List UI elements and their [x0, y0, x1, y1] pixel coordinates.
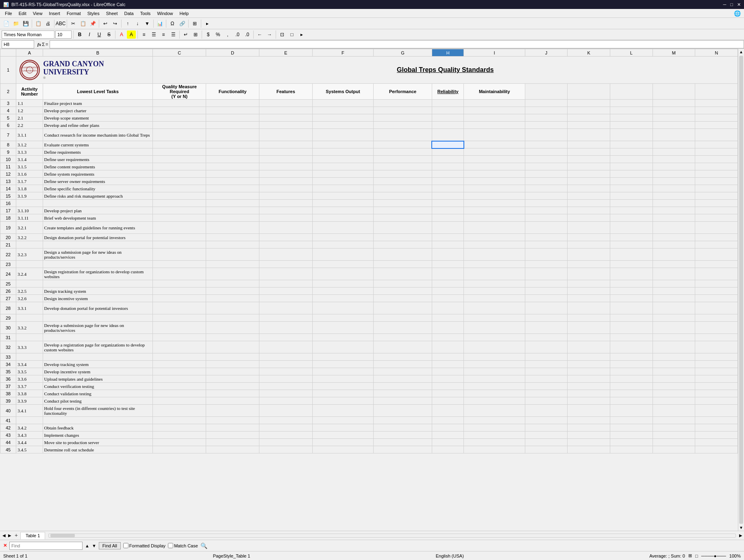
cell-d28[interactable]	[206, 302, 259, 314]
cell-d21[interactable]	[206, 241, 259, 248]
cell-h7[interactable]	[432, 129, 463, 141]
col-header-j[interactable]: J	[525, 49, 568, 57]
cell-e13[interactable]	[259, 178, 312, 185]
cell-f32[interactable]	[312, 341, 373, 353]
cell-h39[interactable]	[432, 397, 463, 405]
lowest-level-tasks-header[interactable]: Lowest Level Tasks	[43, 84, 153, 100]
cell-g12[interactable]	[374, 170, 432, 178]
cell-e44[interactable]	[259, 439, 312, 446]
cell-n45[interactable]	[695, 446, 738, 453]
cell-a32[interactable]: 3.3.3	[16, 341, 43, 353]
menu-data[interactable]: Data	[121, 10, 137, 17]
cell-h26[interactable]	[432, 288, 463, 295]
cell-b26[interactable]: Design tracking system	[43, 288, 153, 295]
cell-a18[interactable]: 3.1.11	[16, 214, 43, 222]
cell-i43[interactable]	[464, 431, 525, 439]
cell-d11[interactable]	[206, 163, 259, 170]
cell-c15[interactable]	[153, 192, 206, 200]
cell-h13[interactable]	[432, 178, 463, 185]
cell-n34[interactable]	[695, 361, 738, 368]
cell-m25[interactable]	[653, 280, 695, 288]
cell-k28[interactable]	[568, 302, 610, 314]
cell-h23[interactable]	[432, 261, 463, 268]
cell-f28[interactable]	[312, 302, 373, 314]
cell-b6[interactable]: Develop and refine other plans	[43, 122, 153, 129]
col-header-n[interactable]: N	[695, 49, 738, 57]
cell-h5[interactable]	[432, 114, 463, 122]
paste-btn[interactable]: 📌	[88, 19, 97, 28]
cell-e24[interactable]	[259, 268, 312, 280]
cell-g42[interactable]	[374, 424, 432, 431]
col-header-f[interactable]: F	[312, 49, 373, 57]
cell-i9[interactable]	[464, 148, 525, 156]
cell-m30[interactable]	[653, 322, 695, 334]
cell-f30[interactable]	[312, 322, 373, 334]
cell-m35[interactable]	[653, 368, 695, 375]
cell-n41[interactable]	[695, 417, 738, 424]
cell-d8[interactable]	[206, 141, 259, 148]
cell-n29[interactable]	[695, 314, 738, 322]
cell-h27[interactable]	[432, 295, 463, 302]
open-btn[interactable]: 📁	[11, 19, 20, 28]
align-right-btn[interactable]: ≡	[159, 31, 168, 39]
cell-d22[interactable]	[206, 248, 259, 261]
cell-f21[interactable]	[312, 241, 373, 248]
cell-f3[interactable]	[312, 100, 373, 107]
cell-h25[interactable]	[432, 280, 463, 288]
cell-g23[interactable]	[374, 261, 432, 268]
cell-f35[interactable]	[312, 368, 373, 375]
cell-c14[interactable]	[153, 185, 206, 192]
cell-a11[interactable]: 3.1.5	[16, 163, 43, 170]
cell-g27[interactable]	[374, 295, 432, 302]
cell-f19[interactable]	[312, 222, 373, 234]
col-header-c[interactable]: C	[153, 49, 206, 57]
cell-b8[interactable]: Evaluate current systems	[43, 141, 153, 148]
cell-g35[interactable]	[374, 368, 432, 375]
quality-measure-header[interactable]: Quality Measure Required(Y or N)	[153, 84, 206, 100]
cell-b42[interactable]: Obtain feedback	[43, 424, 153, 431]
cell-f37[interactable]	[312, 383, 373, 390]
cell-h36[interactable]	[432, 375, 463, 383]
cell-j3[interactable]	[525, 100, 568, 107]
cell-a17[interactable]: 3.1.10	[16, 207, 43, 214]
cell-c39[interactable]	[153, 397, 206, 405]
cell-m34[interactable]	[653, 361, 695, 368]
cell-g28[interactable]	[374, 302, 432, 314]
justify-btn[interactable]: ☰	[169, 31, 178, 39]
cell-b27[interactable]: Design incentive system	[43, 295, 153, 302]
cell-h43[interactable]	[432, 431, 463, 439]
cell-l12[interactable]	[610, 170, 653, 178]
functionality-header[interactable]: Functionality	[206, 84, 259, 100]
cell-b35[interactable]: Develop incentive system	[43, 368, 153, 375]
cell-i24[interactable]	[464, 268, 525, 280]
cell-m9[interactable]	[653, 148, 695, 156]
cell-k44[interactable]	[568, 439, 610, 446]
cell-j25[interactable]	[525, 280, 568, 288]
cell-b12[interactable]: Define system requirements	[43, 170, 153, 178]
cell-l24[interactable]	[610, 268, 653, 280]
cell-n18[interactable]	[695, 214, 738, 222]
cell-h29[interactable]	[432, 314, 463, 322]
cell-g26[interactable]	[374, 288, 432, 295]
cell-l28[interactable]	[610, 302, 653, 314]
cell-b43[interactable]: Implement changes	[43, 431, 153, 439]
sort-desc-btn[interactable]: ↓	[133, 19, 142, 28]
cell-a9[interactable]: 3.1.3	[16, 148, 43, 156]
cell-d18[interactable]	[206, 214, 259, 222]
cell-e26[interactable]	[259, 288, 312, 295]
cell-e10[interactable]	[259, 156, 312, 163]
cell-n7[interactable]	[695, 129, 738, 141]
cell-g20[interactable]	[374, 234, 432, 241]
performance-header[interactable]: Performance	[374, 84, 432, 100]
border-btn[interactable]: ⊡	[278, 31, 287, 39]
cell-k6[interactable]	[568, 122, 610, 129]
cell-m40[interactable]	[653, 405, 695, 417]
align-center-btn[interactable]: ☰	[149, 31, 158, 39]
cell-d33[interactable]	[206, 353, 259, 361]
cell-d38[interactable]	[206, 390, 259, 397]
cell-d9[interactable]	[206, 148, 259, 156]
cell-n14[interactable]	[695, 185, 738, 192]
cell-i5[interactable]	[464, 114, 525, 122]
decimal-dec-btn[interactable]: .0	[243, 31, 252, 39]
scroll-right-btn[interactable]: ▶	[737, 533, 744, 538]
